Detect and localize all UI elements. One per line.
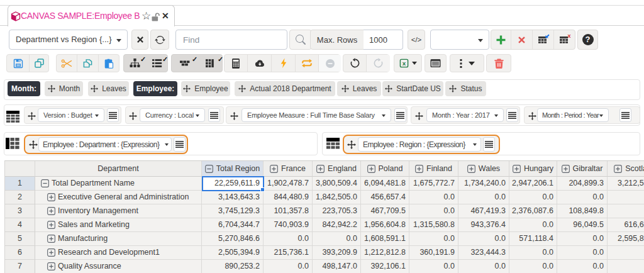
svg-text:x: x — [567, 34, 570, 39]
svg-text:x: x — [402, 60, 406, 67]
